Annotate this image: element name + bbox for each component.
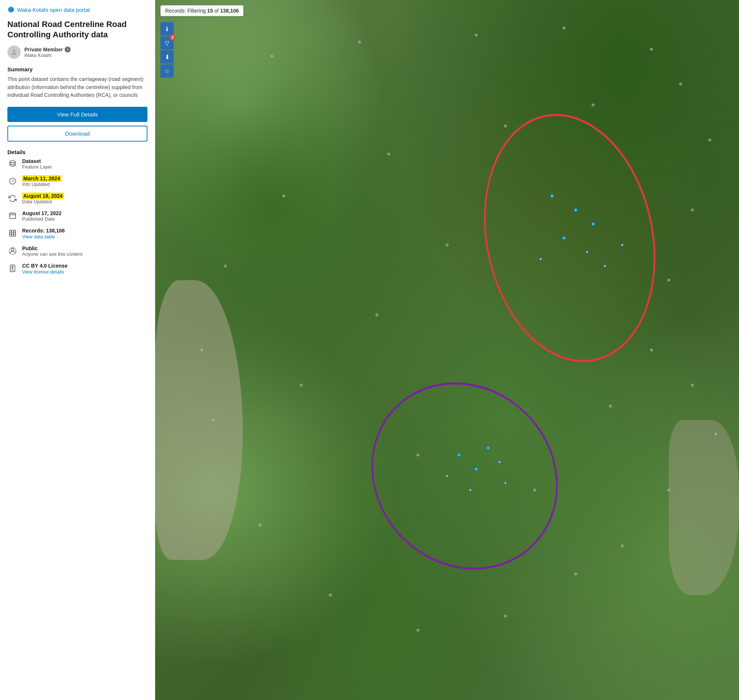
access-content: Public Anyone can see this content [22, 246, 82, 257]
svg-point-17 [12, 266, 13, 268]
map-toolbar: ℹ ▽ 2 ⬇ ☆ [160, 22, 174, 78]
filter-badge: 2 [170, 34, 175, 40]
gray-dot [504, 125, 507, 128]
gray-dot [650, 48, 653, 51]
map-urban-area-right [669, 420, 739, 595]
left-panel: Waka Kotahi open data portal National Ro… [0, 0, 155, 700]
map-background [155, 0, 739, 700]
svg-point-14 [11, 249, 14, 251]
data-point [574, 208, 577, 212]
user-icon [10, 48, 18, 56]
gray-dot [504, 615, 507, 618]
map-bookmark-button[interactable]: ☆ [160, 64, 174, 78]
view-full-details-button[interactable]: View Full Details [7, 107, 147, 122]
records-total: 138,106 [220, 8, 239, 14]
gray-dot [592, 103, 595, 106]
site-header-link[interactable]: Waka Kotahi open data portal [17, 7, 90, 13]
data-updated-label: Data Updated [22, 199, 64, 204]
page-title: National Road Centreline Road Controllin… [7, 19, 147, 40]
gray-dot [609, 405, 612, 408]
gray-dot [416, 453, 419, 456]
data-point [562, 236, 566, 240]
data-point [475, 467, 478, 471]
license-label: CC BY 4.0 License [22, 263, 68, 269]
data-point-sm [586, 251, 589, 253]
gray-dot [446, 244, 448, 247]
bookmark-icon: ☆ [165, 68, 170, 75]
records-label: Records: 138,106 [22, 228, 65, 234]
records-filter-badge: Records: Filtering 15 of 138,106 [160, 5, 244, 16]
author-row: Private Member i Waka Kotahi [7, 46, 147, 59]
gray-dot [691, 384, 694, 387]
waka-kotahi-logo-icon [7, 6, 15, 13]
gray-dot [416, 629, 419, 632]
data-point-sm [621, 244, 624, 246]
map-download-button[interactable]: ⬇ [160, 50, 174, 63]
info-updated-date: March 11, 2024 [22, 175, 61, 181]
gray-dot [621, 544, 624, 547]
view-license-link[interactable]: View license details [22, 269, 64, 275]
detail-data-updated: August 18, 2024 Data Updated [7, 193, 147, 204]
info-updated-icon [7, 176, 18, 186]
data-point [457, 453, 461, 457]
published-date: August 17, 2022 [22, 210, 62, 216]
detail-info-updated: March 11, 2024 Info Updated [7, 175, 147, 187]
svg-line-4 [13, 181, 14, 182]
license-icon [7, 263, 18, 274]
gray-dot [300, 384, 303, 387]
detail-published: August 17, 2022 Published Date [7, 210, 147, 222]
map-panel[interactable]: Records: Filtering 15 of 138,106 ℹ ▽ 2 ⬇… [155, 0, 739, 700]
gray-dot [574, 572, 577, 575]
map-filter-button[interactable]: ▽ 2 [160, 36, 174, 50]
details-heading: Details [7, 149, 147, 155]
data-point [591, 222, 595, 226]
gray-dot [691, 209, 694, 212]
data-point-sm [446, 475, 448, 477]
data-point [550, 194, 554, 198]
svg-point-1 [10, 161, 16, 163]
gray-dot [667, 488, 670, 491]
download-button[interactable]: Download [7, 126, 147, 141]
gray-dot [387, 153, 390, 156]
author-name: Private Member i [24, 47, 71, 53]
gray-dot [708, 138, 711, 141]
dataset-content: Dataset Feature Layer [22, 158, 52, 170]
data-updated-date: August 18, 2024 [22, 193, 64, 199]
data-point-sm [603, 265, 606, 267]
access-label: Public [22, 246, 82, 251]
author-org: Waka Kotahi [24, 53, 71, 58]
published-content: August 17, 2022 Published Date [22, 210, 62, 222]
summary-heading: Summary [7, 66, 147, 72]
gray-dot [212, 418, 215, 421]
data-point [486, 446, 490, 450]
map-info-button[interactable]: ℹ [160, 22, 174, 35]
details-section: Dataset Feature Layer March 11, 2024 Inf… [7, 158, 147, 275]
gray-dot [270, 55, 273, 58]
detail-license: CC BY 4.0 License View license details [7, 263, 147, 275]
info-icon: ℹ [166, 25, 168, 32]
svg-point-20 [355, 359, 574, 593]
dataset-label: Dataset [22, 158, 52, 164]
view-data-table-link[interactable]: View data table [22, 234, 55, 240]
author-info-badge[interactable]: i [65, 47, 71, 53]
gray-dot [533, 488, 536, 491]
published-icon [7, 211, 18, 221]
gray-dot [375, 313, 378, 316]
data-point-sm [539, 257, 542, 260]
avatar [7, 46, 21, 59]
gray-dot [714, 432, 717, 435]
published-label: Published Date [22, 216, 62, 222]
svg-point-19 [457, 86, 682, 390]
filter-icon: ▽ [165, 40, 169, 47]
records-of-text: of [213, 8, 220, 14]
gray-dot [224, 265, 227, 268]
site-header[interactable]: Waka Kotahi open data portal [7, 6, 147, 13]
records-badge-text: Records: Filtering [165, 8, 207, 14]
svg-rect-5 [10, 213, 16, 219]
gray-dot [200, 349, 203, 351]
download-icon: ⬇ [165, 54, 170, 60]
access-value: Anyone can see this content [22, 251, 82, 257]
access-icon [7, 246, 18, 256]
gray-dot [358, 41, 361, 44]
detail-dataset: Dataset Feature Layer [7, 158, 147, 170]
